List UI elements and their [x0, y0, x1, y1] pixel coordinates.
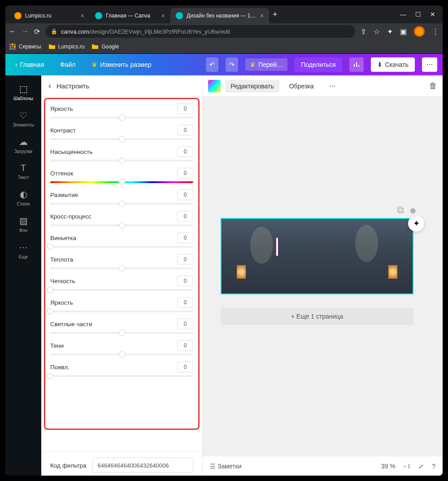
- slider-track[interactable]: [50, 310, 193, 312]
- more-button[interactable]: ⋯: [422, 57, 437, 72]
- edit-button[interactable]: Редактировать: [225, 80, 279, 92]
- slider-track[interactable]: [50, 332, 193, 334]
- slider-thumb[interactable]: [119, 222, 125, 228]
- tab-close-icon[interactable]: ×: [260, 12, 264, 19]
- slider-thumb[interactable]: [47, 287, 53, 293]
- sidebar-item-uploads[interactable]: ☁Загрузки: [5, 132, 41, 158]
- slider-thumb[interactable]: [119, 157, 125, 164]
- insights-button[interactable]: [349, 57, 364, 72]
- slider-track[interactable]: [50, 267, 193, 269]
- crop-button[interactable]: Обрезка: [284, 80, 319, 92]
- sidebar-item-text[interactable]: TТекст: [5, 158, 41, 184]
- bookmark-item[interactable]: Lumpics.ru: [48, 43, 85, 50]
- duplicate-page-icon[interactable]: ⿻: [397, 206, 405, 215]
- slider-thumb[interactable]: [119, 351, 125, 358]
- nav-forward-icon[interactable]: →: [22, 27, 29, 35]
- notes-button[interactable]: ☰ Заметки: [210, 463, 242, 470]
- tab-close-icon[interactable]: ×: [81, 12, 84, 19]
- zoom-level[interactable]: 39 %: [381, 463, 396, 470]
- slider-value-input[interactable]: [177, 297, 193, 308]
- sidebar-item-templates[interactable]: ⬚Шаблоны: [5, 79, 41, 105]
- slider-value-input[interactable]: [177, 189, 193, 200]
- browser-tab-active[interactable]: Дизайн без названия — 1024 ×: [170, 8, 269, 23]
- color-swatch[interactable]: [208, 80, 221, 92]
- browser-tab[interactable]: Lumpics.ru ×: [9, 8, 90, 23]
- more-options-button[interactable]: ⋯: [324, 80, 341, 92]
- slider-thumb[interactable]: [119, 201, 125, 207]
- bookmark-item[interactable]: Google: [91, 43, 119, 50]
- slider-track[interactable]: [50, 181, 193, 183]
- filter-code-input[interactable]: [92, 458, 193, 473]
- slider-value-input[interactable]: [177, 168, 193, 179]
- slider-value-input[interactable]: [177, 103, 193, 114]
- home-link[interactable]: ‹ Главная: [11, 58, 48, 71]
- url-input[interactable]: 🔒 canva.com/design/DAE2EVwjn_l/IjLMe3Pzf…: [45, 25, 355, 38]
- fullscreen-icon[interactable]: ⤢: [418, 463, 424, 470]
- slider-value-input[interactable]: [177, 275, 193, 286]
- slider-track[interactable]: [50, 354, 193, 355]
- slider-value-input[interactable]: [177, 146, 193, 157]
- canvas[interactable]: ⿻ ⊕ ✦ + Еще 1 страница: [203, 97, 443, 456]
- slider-thumb[interactable]: [119, 330, 125, 336]
- window-minimize-icon[interactable]: —: [400, 11, 406, 18]
- slider-value-input[interactable]: [177, 232, 193, 243]
- slider-value-input[interactable]: [177, 340, 193, 351]
- window-maximize-icon[interactable]: ☐: [415, 11, 421, 18]
- redo-button[interactable]: ↷: [226, 57, 238, 72]
- slider-track[interactable]: [50, 117, 193, 118]
- sidebar-item-background[interactable]: ▨Фон: [5, 211, 41, 237]
- profile-avatar-icon[interactable]: [414, 26, 425, 37]
- nav-back-icon[interactable]: ←: [9, 27, 16, 35]
- slider-track[interactable]: [50, 160, 193, 162]
- selected-image[interactable]: ✦: [221, 218, 413, 294]
- slider-thumb[interactable]: [119, 179, 125, 185]
- slider-value-input[interactable]: [177, 362, 193, 372]
- slider-thumb[interactable]: [47, 244, 53, 250]
- slider-thumb[interactable]: [119, 114, 125, 121]
- slider-value-input[interactable]: [177, 319, 193, 329]
- extensions-icon[interactable]: ✦: [387, 27, 393, 36]
- folder-icon: [91, 43, 99, 50]
- slider-track[interactable]: [50, 375, 193, 377]
- slider-track[interactable]: [50, 246, 193, 248]
- sidebar-item-styles[interactable]: ◐Стили: [5, 184, 41, 211]
- slider-thumb[interactable]: [47, 308, 53, 315]
- reading-list-icon[interactable]: ▣: [400, 27, 407, 36]
- file-menu[interactable]: Файл: [56, 58, 80, 71]
- tab-close-icon[interactable]: ×: [161, 12, 165, 19]
- share-button[interactable]: Поделиться: [295, 57, 342, 72]
- slider-value-input[interactable]: [177, 211, 193, 222]
- expand-footer-icon[interactable]: ⌃: [314, 75, 331, 79]
- slider-track[interactable]: [50, 138, 193, 140]
- slider-thumb[interactable]: [47, 373, 53, 379]
- new-tab-button[interactable]: +: [269, 8, 281, 21]
- svg-rect-3: [9, 46, 11, 48]
- resize-button[interactable]: ♛ Изменить размер: [87, 58, 156, 71]
- slider-value-input[interactable]: [177, 125, 193, 136]
- share-icon[interactable]: ⇪: [361, 27, 366, 36]
- sidebar-item-elements[interactable]: ♡Элементы: [5, 105, 41, 132]
- magic-button[interactable]: ✦: [408, 215, 424, 232]
- panel-back-icon[interactable]: ‹: [48, 81, 51, 91]
- slider-thumb[interactable]: [119, 265, 125, 271]
- upgrade-button[interactable]: ♛ Перей…: [245, 58, 287, 71]
- help-icon[interactable]: ?: [432, 463, 435, 470]
- slider-value-input[interactable]: [177, 254, 193, 265]
- download-button[interactable]: ⬇ Скачать: [371, 57, 415, 72]
- delete-icon[interactable]: 🗑: [429, 81, 437, 91]
- bookmark-apps[interactable]: Сервисы: [9, 43, 41, 50]
- star-icon[interactable]: ☆: [374, 27, 380, 36]
- add-page-button[interactable]: + Еще 1 страница: [221, 308, 413, 325]
- nav-reload-icon[interactable]: ⟳: [34, 27, 40, 36]
- sidebar-item-more[interactable]: ⋯Еще: [5, 237, 41, 264]
- menu-icon[interactable]: ⋮: [432, 27, 439, 36]
- page-count-button[interactable]: ▫1: [404, 463, 410, 470]
- browser-tab[interactable]: Главная — Canva ×: [90, 8, 170, 23]
- undo-button[interactable]: ↶: [206, 57, 218, 72]
- slider-track[interactable]: [50, 224, 193, 226]
- slider-thumb[interactable]: [119, 136, 125, 142]
- window-close-icon[interactable]: ✕: [430, 11, 435, 18]
- add-page-icon[interactable]: ⊕: [410, 206, 416, 215]
- slider-track[interactable]: [50, 203, 193, 205]
- slider-track[interactable]: [50, 289, 193, 291]
